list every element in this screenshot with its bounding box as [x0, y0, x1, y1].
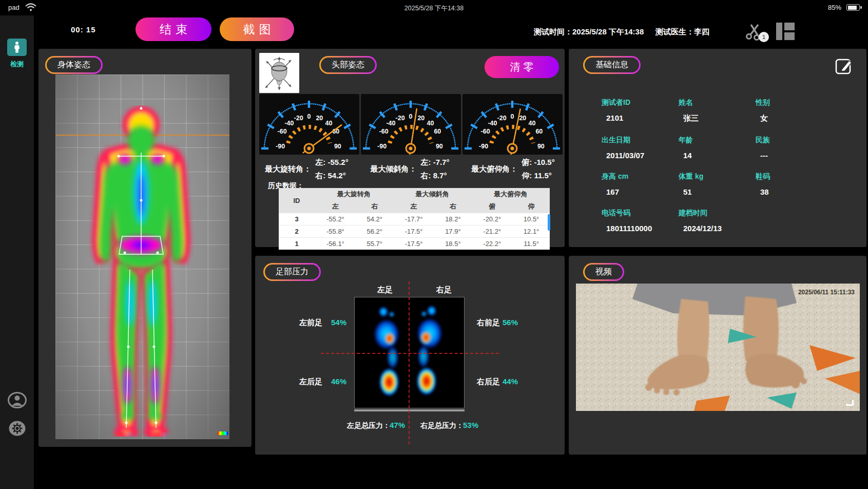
- svg-text:-40: -40: [284, 120, 294, 127]
- pitch-stat-label: 最大俯仰角：: [471, 164, 517, 181]
- subcol: 左: [315, 200, 356, 213]
- table-row: 1 -56.1° 55.7° -17.5° 18.5° -22.2° 11.5°: [279, 238, 550, 250]
- screenshot-button[interactable]: 截图: [220, 17, 294, 41]
- head-axes-diagram: [259, 53, 299, 93]
- test-time: 测试时间：2025/5/28 下午14:38: [534, 27, 644, 37]
- layout-icon: [776, 23, 795, 40]
- subcol: 右: [434, 200, 471, 213]
- rotation-stat-label: 最大旋转角：: [265, 164, 311, 181]
- sidebar: 检测: [0, 15, 34, 489]
- col-id: ID: [279, 188, 315, 213]
- svg-text:-20: -20: [294, 115, 303, 122]
- tilt-stat-label: 最大倾斜角：: [370, 164, 416, 181]
- svg-text:0: 0: [511, 113, 514, 120]
- body-heatmap-view: [55, 74, 229, 439]
- left-rearfoot-value: 46%: [331, 377, 346, 386]
- field-name: 姓名张三: [679, 98, 756, 123]
- sidebar-item-detect[interactable]: [7, 39, 27, 56]
- svg-text:-90: -90: [377, 143, 387, 150]
- test-time-value: 2025/5/28 下午14:38: [572, 27, 644, 36]
- foot-pressure-title-pill: 足部压力: [263, 263, 321, 281]
- head-posture-title: 头部姿态: [321, 58, 375, 72]
- layout-switch-button[interactable]: [776, 23, 795, 40]
- video-title-pill: 视频: [583, 263, 624, 281]
- field-weight: 体重 kg51: [679, 172, 756, 196]
- doctor-label: 测试医生：: [655, 27, 694, 36]
- basic-info-title-pill: 基础信息: [583, 56, 641, 74]
- doctor: 测试医生：李四: [655, 27, 709, 37]
- profile-icon[interactable]: [8, 392, 27, 408]
- svg-text:-40: -40: [386, 120, 395, 127]
- foot-pressure-title: 足部压力: [265, 265, 319, 279]
- tilt-gauge: -90-60-40-20020406090: [361, 94, 461, 155]
- head-posture-title-pill: 头部姿态: [319, 56, 377, 74]
- person-icon: [13, 41, 21, 53]
- subcol: 仰: [513, 200, 550, 213]
- tilt-left-value: 左: -7.7°: [420, 158, 449, 167]
- svg-text:40: 40: [529, 120, 536, 127]
- session-timer: 00: 15: [71, 25, 96, 34]
- svg-text:40: 40: [325, 120, 333, 127]
- pitch-gauge: -90-60-40-20020406090: [462, 94, 563, 155]
- svg-text:20: 20: [316, 115, 323, 122]
- tilt-right-value: 右: 8.7°: [420, 171, 449, 181]
- fullscreen-corner-icon[interactable]: [846, 400, 854, 406]
- table-scrollbar[interactable]: [548, 214, 550, 231]
- end-button[interactable]: 结束: [136, 17, 211, 41]
- vertical-divider-line: [409, 281, 410, 444]
- left-total-label: 左足总压力：: [347, 421, 390, 430]
- settings-gear-icon[interactable]: [8, 420, 27, 437]
- field-gender: 性别女: [756, 98, 838, 123]
- video-timestamp: 2025/06/11 15:11:33: [798, 289, 855, 296]
- subcol: 左: [393, 200, 435, 213]
- tilt-stat: 最大倾斜角： 左: -7.7° 右: 8.7°: [358, 158, 461, 181]
- subcol: 右: [356, 200, 393, 213]
- battery-percent: 85%: [828, 4, 841, 11]
- field-record-date: 建档时间2024/12/13: [679, 209, 756, 233]
- table-row: 2 -55.8° 56.2° -17.5° 17.9° -21.2° 12.1°: [279, 225, 550, 238]
- svg-text:60: 60: [434, 128, 441, 135]
- pitch-up-value: 仰: 11.5°: [522, 171, 554, 181]
- svg-text:40: 40: [427, 120, 434, 127]
- video-still-image: [576, 284, 860, 411]
- left-rearfoot-label: 左后足: [299, 377, 322, 387]
- svg-text:-60: -60: [278, 128, 287, 135]
- left-foot-label: 左足: [377, 285, 393, 295]
- left-forefoot-label: 左前足: [299, 318, 322, 328]
- svg-text:90: 90: [537, 143, 545, 150]
- svg-text:-60: -60: [379, 128, 389, 135]
- field-age: 年龄14: [679, 136, 756, 160]
- clip-count-badge: 1: [759, 32, 769, 42]
- head-stats-row: 最大旋转角： 左: -55.2° 右: 54.2° 最大倾斜角： 左: -7.7…: [255, 158, 565, 181]
- right-total-label: 右足总压力：: [420, 421, 464, 430]
- right-forefoot-label: 右前足: [477, 318, 500, 328]
- horizontal-divider-line: [321, 353, 499, 354]
- svg-text:-40: -40: [488, 120, 497, 127]
- body-posture-panel: 身体姿态: [38, 49, 252, 447]
- video-frame: 2025/06/11 15:11:33: [576, 284, 860, 411]
- test-time-label: 测试时间：: [534, 27, 572, 36]
- clip-tool-button[interactable]: 1: [744, 22, 767, 42]
- video-title: 视频: [585, 265, 623, 279]
- sidebar-item-detect-label: 检测: [0, 60, 34, 69]
- field-height: 身高 cm167: [602, 172, 679, 196]
- svg-text:-60: -60: [481, 128, 490, 135]
- rotation-stat: 最大旋转角： 左: -55.2° 右: 54.2°: [255, 158, 358, 181]
- col-group-rotation: 最大旋转角: [315, 188, 393, 200]
- left-total-value: 47%: [390, 421, 405, 429]
- video-panel: 视频: [569, 256, 866, 455]
- field-tester-id: 测试者ID2101: [602, 98, 679, 123]
- field-phone: 电话号码18011110000: [602, 209, 679, 233]
- edit-icon[interactable]: [835, 57, 853, 75]
- right-forefoot-value: 56%: [503, 318, 518, 327]
- basic-info-panel: 基础信息 测试者ID2101 姓名张三 性别女 出生日期2011/03/07 年…: [569, 49, 866, 247]
- col-group-tilt: 最大倾斜角: [393, 188, 472, 200]
- reset-button[interactable]: 清零: [485, 56, 559, 78]
- svg-text:20: 20: [519, 115, 526, 122]
- rotation-left-value: 左: -55.2°: [315, 158, 348, 167]
- body-thermal-image: [81, 105, 202, 437]
- doctor-value: 李四: [694, 27, 709, 36]
- body-posture-title: 身体姿态: [47, 58, 101, 72]
- left-forefoot-value: 54%: [331, 318, 346, 327]
- pitch-down-value: 俯: -10.5°: [522, 158, 554, 167]
